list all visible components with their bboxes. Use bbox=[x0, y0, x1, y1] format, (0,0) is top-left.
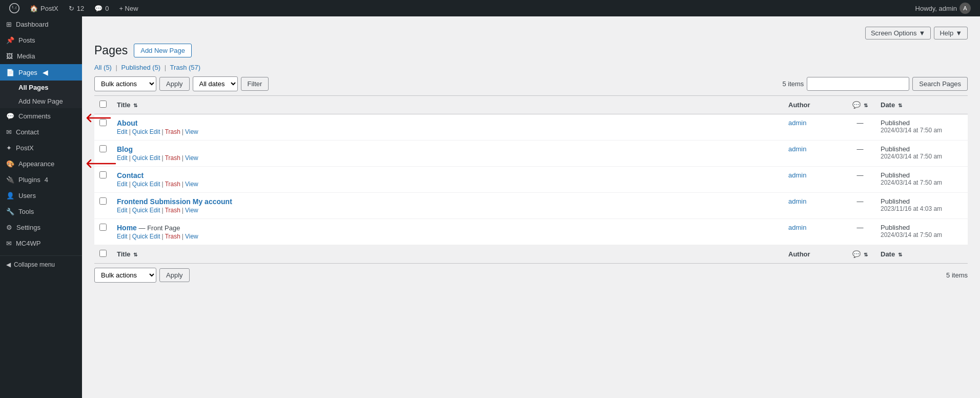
comments-button[interactable]: 💬 0 bbox=[89, 0, 114, 16]
row-title-link[interactable]: Blog bbox=[117, 145, 133, 153]
row-action-trash[interactable]: Trash bbox=[165, 128, 180, 135]
sidebar-item-contact[interactable]: ✉ Contact bbox=[0, 124, 82, 140]
screen-options-button[interactable]: Screen Options ▼ bbox=[865, 27, 931, 39]
sidebar-item-tools[interactable]: 🔧 Tools bbox=[0, 204, 82, 220]
filter-all-link[interactable]: All (5) bbox=[94, 64, 112, 71]
action-sep: | bbox=[182, 181, 183, 188]
row-action-edit[interactable]: Edit bbox=[117, 233, 128, 240]
collapse-menu-button[interactable]: ◀ Collapse menu bbox=[0, 255, 82, 273]
posts-icon: 📌 bbox=[6, 36, 14, 44]
bulk-actions-select-top[interactable]: Bulk actions Edit Move to Trash bbox=[94, 76, 156, 91]
screen-options-row: Screen Options ▼ Help ▼ bbox=[94, 27, 968, 39]
th-date[interactable]: Date ⇅ bbox=[875, 96, 968, 114]
row-checkbox[interactable] bbox=[99, 171, 107, 178]
tf-comments[interactable]: 💬 ⇅ bbox=[845, 245, 875, 264]
row-action-quick-edit[interactable]: Quick Edit bbox=[132, 154, 160, 162]
row-author-link[interactable]: admin bbox=[788, 197, 806, 205]
row-action-quick-edit[interactable]: Quick Edit bbox=[132, 128, 160, 135]
search-pages-input[interactable] bbox=[807, 77, 909, 91]
filter-button[interactable]: Filter bbox=[241, 77, 269, 91]
row-action-trash[interactable]: Trash bbox=[165, 154, 180, 162]
filter-published-link[interactable]: Published (5) bbox=[121, 64, 161, 71]
row-title-link[interactable]: Contact bbox=[117, 171, 144, 180]
row-action-edit[interactable]: Edit bbox=[117, 128, 128, 135]
howdy-text: Howdy, admin bbox=[915, 5, 957, 12]
date-filter-select[interactable]: All dates bbox=[193, 76, 238, 91]
th-title[interactable]: Title ⇅ bbox=[112, 96, 783, 114]
row-title-link[interactable]: About bbox=[117, 119, 137, 127]
search-pages-button[interactable]: Search Pages bbox=[912, 77, 968, 91]
row-action-view[interactable]: View bbox=[185, 233, 198, 240]
row-action-trash[interactable]: Trash bbox=[165, 181, 180, 188]
sidebar-item-plugins[interactable]: 🔌 Plugins 4 bbox=[0, 172, 82, 188]
filter-trash-link[interactable]: Trash (57) bbox=[170, 64, 200, 71]
new-content-button[interactable]: + New bbox=[114, 0, 143, 16]
row-title-link[interactable]: Home bbox=[117, 224, 137, 232]
howdy-button[interactable]: Howdy, admin A bbox=[910, 0, 976, 16]
row-author-link[interactable]: admin bbox=[788, 145, 806, 153]
row-action-quick-edit[interactable]: Quick Edit bbox=[132, 207, 160, 214]
apply-button-bottom[interactable]: Apply bbox=[159, 268, 190, 282]
sidebar-item-mc4wp[interactable]: ✉ MC4WP bbox=[0, 235, 82, 251]
row-action-view[interactable]: View bbox=[185, 181, 198, 188]
row-checkbox[interactable] bbox=[99, 224, 107, 231]
row-comments-count: — bbox=[857, 171, 864, 179]
row-author-link[interactable]: admin bbox=[788, 224, 806, 231]
tf-title[interactable]: Title ⇅ bbox=[112, 245, 783, 264]
row-action-trash[interactable]: Trash bbox=[165, 233, 180, 240]
wp-logo-button[interactable] bbox=[4, 0, 25, 16]
add-new-page-button[interactable]: Add New Page bbox=[134, 44, 192, 57]
row-checkbox[interactable] bbox=[99, 197, 107, 205]
row-checkbox[interactable] bbox=[99, 145, 107, 152]
sidebar-item-posts[interactable]: 📌 Posts bbox=[0, 32, 82, 48]
row-action-quick-edit[interactable]: Quick Edit bbox=[132, 233, 160, 240]
sidebar-item-settings[interactable]: ⚙ Settings bbox=[0, 220, 82, 235]
sidebar-item-dashboard[interactable]: ⊞ Dashboard bbox=[0, 16, 82, 32]
site-name-button[interactable]: 🏠 PostX bbox=[25, 0, 64, 16]
row-author-link[interactable]: admin bbox=[788, 119, 806, 127]
page-title: Pages bbox=[94, 44, 128, 57]
bulk-actions-select-bottom[interactable]: Bulk actions Edit Move to Trash bbox=[94, 268, 156, 283]
row-title-link[interactable]: Frontend Submission My account bbox=[117, 197, 232, 206]
action-sep: | bbox=[129, 128, 131, 135]
sidebar-item-comments[interactable]: 💬 Comments bbox=[0, 108, 82, 124]
row-checkbox[interactable] bbox=[99, 119, 107, 126]
row-author-cell: admin bbox=[783, 219, 845, 245]
sidebar-subitem-all-pages[interactable]: All Pages bbox=[0, 81, 82, 94]
help-button[interactable]: Help ▼ bbox=[934, 27, 968, 39]
row-action-edit[interactable]: Edit bbox=[117, 154, 128, 162]
select-all-checkbox[interactable] bbox=[99, 101, 107, 108]
row-author-link[interactable]: admin bbox=[788, 171, 806, 179]
row-date-status: Published2024/03/14 at 7:50 am bbox=[881, 171, 963, 186]
sidebar-item-appearance[interactable]: 🎨 Appearance bbox=[0, 156, 82, 172]
tf-date[interactable]: Date ⇅ bbox=[875, 245, 968, 264]
row-action-view[interactable]: View bbox=[185, 128, 198, 135]
tf-date-sort[interactable]: ⇅ bbox=[898, 252, 902, 257]
row-action-quick-edit[interactable]: Quick Edit bbox=[132, 181, 160, 188]
top-actions-bar: Bulk actions Edit Move to Trash Apply Al… bbox=[94, 76, 968, 91]
row-action-view[interactable]: View bbox=[185, 154, 198, 162]
sidebar-subitem-add-new-page[interactable]: Add New Page bbox=[0, 94, 82, 108]
comment-sort-icon[interactable]: ⇅ bbox=[864, 103, 868, 108]
filter-links: All (5) | Published (5) | Trash (57) bbox=[94, 64, 968, 71]
select-all-checkbox-bottom[interactable] bbox=[99, 250, 107, 257]
title-sort-icon[interactable]: ⇅ bbox=[133, 103, 137, 108]
sidebar-item-pages[interactable]: 📄 Pages ◀ bbox=[0, 64, 82, 81]
sidebar-item-postx[interactable]: ✦ PostX bbox=[0, 140, 82, 156]
tf-title-sort[interactable]: ⇅ bbox=[133, 252, 137, 257]
action-sep: | bbox=[182, 233, 183, 240]
row-action-edit[interactable]: Edit bbox=[117, 181, 128, 188]
row-action-trash[interactable]: Trash bbox=[165, 207, 180, 214]
row-action-edit[interactable]: Edit bbox=[117, 207, 128, 214]
sidebar-item-users[interactable]: 👤 Users bbox=[0, 188, 82, 204]
tf-comment-sort[interactable]: ⇅ bbox=[864, 252, 868, 257]
row-action-view[interactable]: View bbox=[185, 207, 198, 214]
sidebar-item-media[interactable]: 🖼 Media bbox=[0, 48, 82, 64]
sidebar-label-dashboard: Dashboard bbox=[16, 21, 49, 28]
row-date-status: Published2023/11/16 at 4:03 am bbox=[881, 197, 963, 212]
row-actions: Edit|Quick Edit|Trash|View bbox=[117, 128, 778, 135]
updates-button[interactable]: ↻ 12 bbox=[64, 0, 89, 16]
th-comments[interactable]: 💬 ⇅ bbox=[845, 96, 875, 114]
apply-button-top[interactable]: Apply bbox=[159, 77, 190, 91]
date-sort-icon[interactable]: ⇅ bbox=[898, 103, 902, 108]
